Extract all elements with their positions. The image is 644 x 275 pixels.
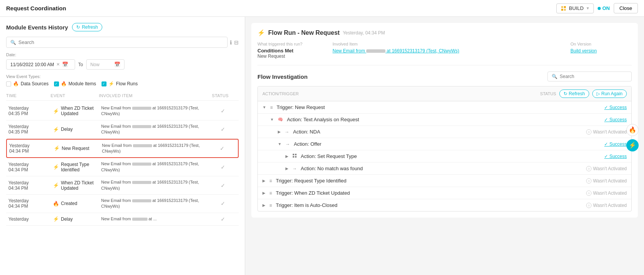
inv-row-label: Action: Text Analysis on Request: [287, 117, 359, 122]
check-icon: ✓: [221, 108, 225, 114]
event-row[interactable]: Yesterday⚡DelayNew Email from at ...✓: [6, 213, 239, 226]
inv-row-label: Action: Set Request Type: [301, 153, 357, 159]
chevron-icon[interactable]: ▶: [278, 130, 281, 134]
build-version-link[interactable]: Build version: [570, 48, 597, 54]
fire-icon: 🔥: [53, 201, 59, 207]
moduleitems-checkbox[interactable]: ✓: [54, 81, 59, 86]
inv-row[interactable]: ▼→Action: Offer✓ Success: [258, 138, 631, 150]
inv-row[interactable]: ▶≡Trigger: Request Type Identified○ Wasn…: [258, 175, 631, 187]
date-clear-icon[interactable]: ✕: [56, 62, 60, 67]
grid-icon: [292, 153, 297, 159]
search-row: 🔍 ℹ ⊟: [6, 37, 239, 48]
inv-row-label: Action: NDA: [293, 129, 320, 135]
flow-run-time: Yesterday, 04:34 PM: [343, 30, 385, 36]
date-from-input[interactable]: 11/16/2022 10:00 AM ✕ 📅: [6, 59, 75, 70]
date-section: Date: 11/16/2022 10:00 AM ✕ 📅 To Now 📅: [6, 52, 239, 70]
svg-rect-0: [561, 6, 563, 8]
flow-run-lightning-icon: ⚡: [257, 29, 265, 36]
fi-search-input[interactable]: [560, 74, 617, 79]
chevron-icon[interactable]: ▼: [278, 142, 282, 146]
inv-refresh-icon: ↻: [564, 91, 567, 96]
trigger-icon: ≡: [270, 105, 273, 110]
info-icon[interactable]: ℹ: [230, 39, 232, 46]
chevron-icon[interactable]: ▼: [270, 117, 274, 122]
check-icon: ✓: [221, 216, 225, 222]
chevron-icon[interactable]: ▼: [262, 105, 266, 109]
date-cal-icon[interactable]: 📅: [62, 62, 68, 67]
chevron-icon[interactable]: ▶: [285, 154, 288, 158]
date-to-input[interactable]: Now 📅: [86, 59, 125, 70]
inv-row[interactable]: ▼≡Trigger: New Request✓ Success: [258, 101, 631, 114]
inactive-status: ○ Wasn't Activated: [586, 178, 627, 184]
event-type-moduleitems[interactable]: ✓ 🔥 Module Items: [54, 81, 96, 86]
event-type-datasources[interactable]: 🔥 Data Sources: [6, 81, 49, 86]
inv-run-again-button[interactable]: ▷ Run Again: [592, 89, 627, 98]
event-row[interactable]: Yesterday 04:35 PM⚡DelayNew Email from a…: [6, 120, 239, 139]
inv-row[interactable]: ▶Action: Set Request Type✓ Success: [258, 150, 631, 163]
event-status: ✓: [210, 164, 236, 170]
svg-rect-3: [564, 9, 566, 11]
filter-icon[interactable]: ⊟: [234, 39, 239, 46]
trigger-involved-link[interactable]: New Email from at 1669152313179 (Test, C…: [333, 48, 459, 54]
flow-run-card: ⚡ Flow Run - New Request Yesterday, 04:3…: [251, 23, 638, 218]
brain-icon: 🧠: [278, 117, 283, 122]
build-icon: [560, 5, 567, 11]
inv-row[interactable]: ▶→Action: NDA○ Wasn't Activated: [258, 126, 631, 138]
involved-item: New Email from at 1669152313179 (Test, C…: [101, 161, 207, 173]
event-row[interactable]: Yesterday 04:35 PM⚡When ZD Ticket Update…: [6, 102, 239, 120]
involved-item: New Email from at 1669152313179 (Test, C…: [101, 198, 207, 210]
to-label: To: [78, 62, 83, 67]
svg-rect-5: [295, 154, 297, 155]
inv-row[interactable]: ▼🧠Action: Text Analysis on Request✓ Succ…: [258, 114, 631, 126]
involved-item: New Email from at ...: [101, 216, 207, 222]
chevron-icon[interactable]: ▶: [285, 166, 288, 171]
datasources-icon: 🔥: [13, 81, 19, 86]
svg-rect-6: [293, 156, 294, 158]
success-status[interactable]: ✓ Success: [604, 105, 627, 110]
involved-item: New Email from at 1669152313179 (Test, C…: [101, 124, 207, 135]
event-types-section: View Event Types: 🔥 Data Sources ✓ 🔥 Mod…: [6, 74, 239, 86]
event-status: ✓: [210, 182, 236, 189]
inv-row-status[interactable]: ✓ Success: [604, 105, 627, 110]
event-row[interactable]: Yesterday 04:34 PM⚡Request Type Identifi…: [6, 158, 239, 176]
side-fire-icon[interactable]: 🔥: [626, 124, 639, 136]
event-row[interactable]: Yesterday 04:34 PM🔥CreatedNew Email from…: [6, 195, 239, 213]
event-name: ⚡When ZD Ticket Updated: [53, 180, 99, 191]
search-input[interactable]: [18, 39, 223, 45]
side-lightning-icon[interactable]: ⚡: [626, 139, 639, 151]
event-row[interactable]: Yesterday 04:34 PM⚡New RequestNew Email …: [6, 139, 239, 158]
fi-header: Flow Investigation 🔍: [257, 72, 632, 81]
inv-row-status[interactable]: ✓ Success: [604, 154, 627, 159]
build-selector[interactable]: BUILD ▼: [556, 3, 594, 13]
th-status: Status: [212, 93, 239, 98]
close-button[interactable]: Close: [614, 3, 638, 13]
top-bar-right: BUILD ▼ ON Close: [556, 3, 638, 13]
chevron-icon[interactable]: ▶: [262, 203, 265, 207]
inv-row-label: Action: No match was found: [301, 166, 363, 171]
event-status: ✓: [210, 200, 236, 207]
flowruns-checkbox[interactable]: ✓: [102, 81, 107, 86]
event-time: Yesterday: [8, 216, 51, 222]
svg-rect-4: [293, 154, 294, 155]
inv-row[interactable]: ▶≡Trigger: Item is Auto-Closed○ Wasn't A…: [258, 199, 631, 211]
inv-row[interactable]: ▶≡Trigger: When ZD Ticket Updated○ Wasn'…: [258, 187, 631, 199]
flow-run-title: Flow Run - New Request: [268, 29, 340, 36]
refresh-button[interactable]: ↻ Refresh: [72, 23, 102, 31]
event-name: ⚡Request Type Identified: [53, 162, 99, 172]
inv-table-header: Action/Trigger Status ↻ Refresh ▷ Run Ag…: [258, 86, 631, 101]
trigger-version-label: On Version: [570, 42, 632, 46]
inv-row-status: ○ Wasn't Activated: [586, 190, 627, 196]
lightning-icon: ⚡: [54, 145, 60, 151]
chevron-icon[interactable]: ▶: [262, 179, 265, 183]
success-status[interactable]: ✓ Success: [604, 154, 627, 159]
event-type-flowruns[interactable]: ✓ ⚡ Flow Runs: [102, 81, 138, 86]
inv-row-label: Action: Offer: [294, 141, 321, 147]
event-row[interactable]: Yesterday 04:34 PM⚡When ZD Ticket Update…: [6, 176, 239, 195]
datasources-checkbox[interactable]: [6, 81, 11, 86]
date-to-cal-icon[interactable]: 📅: [114, 62, 120, 67]
trigger-version-col: On Version Build version: [570, 42, 632, 59]
inv-row[interactable]: ▶→Action: No match was found○ Wasn't Act…: [258, 163, 631, 175]
inv-refresh-button[interactable]: ↻ Refresh: [559, 89, 589, 98]
chevron-icon[interactable]: ▶: [262, 191, 265, 195]
search-icon: 🔍: [10, 40, 16, 45]
